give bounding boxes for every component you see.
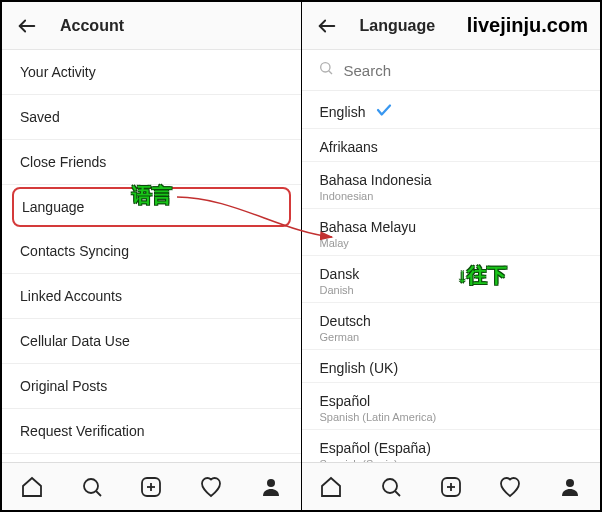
profile-icon[interactable] bbox=[558, 475, 582, 499]
svg-line-2 bbox=[96, 491, 101, 496]
svg-point-8 bbox=[320, 63, 329, 72]
list-item[interactable]: Original Posts bbox=[2, 364, 301, 409]
list-item[interactable]: Saved bbox=[2, 95, 301, 140]
language-native: German bbox=[320, 331, 583, 343]
language-native: Spanish (Latin America) bbox=[320, 411, 583, 423]
back-icon[interactable] bbox=[316, 15, 338, 37]
search-input[interactable] bbox=[344, 62, 585, 79]
language-option[interactable]: Bahasa Indonesia Indonesian bbox=[302, 162, 601, 209]
activity-icon[interactable] bbox=[199, 475, 223, 499]
list-item[interactable]: Cellular Data Use bbox=[2, 319, 301, 364]
language-option[interactable]: Dansk Danish bbox=[302, 256, 601, 303]
add-post-icon[interactable] bbox=[439, 475, 463, 499]
bottom-nav bbox=[2, 462, 301, 510]
list-item[interactable]: Contacts Syncing bbox=[2, 229, 301, 274]
language-list: English Afrikaans Bahasa Indonesia Indon… bbox=[302, 50, 601, 462]
svg-point-15 bbox=[566, 479, 574, 487]
language-option[interactable]: Español Spanish (Latin America) bbox=[302, 383, 601, 430]
list-item[interactable]: Linked Accounts bbox=[2, 274, 301, 319]
language-name: Bahasa Indonesia bbox=[320, 172, 432, 188]
activity-icon[interactable] bbox=[498, 475, 522, 499]
language-native: Danish bbox=[320, 284, 583, 296]
profile-icon[interactable] bbox=[259, 475, 283, 499]
language-header: Language bbox=[302, 2, 601, 50]
language-name: Afrikaans bbox=[320, 139, 378, 155]
list-item-language[interactable]: Language bbox=[12, 187, 291, 227]
search-icon[interactable] bbox=[80, 475, 104, 499]
bottom-nav bbox=[302, 462, 601, 510]
language-name: English (UK) bbox=[320, 360, 399, 376]
language-option[interactable]: Español (España) Spanish (Spain) bbox=[302, 430, 601, 462]
language-option[interactable]: Bahasa Melayu Malay bbox=[302, 209, 601, 256]
page-title: Account bbox=[60, 17, 124, 35]
page-title: Language bbox=[360, 17, 436, 35]
svg-point-10 bbox=[383, 479, 397, 493]
language-name: Español (España) bbox=[320, 440, 431, 456]
check-icon bbox=[375, 101, 393, 122]
language-screen: Language English Afrikaans Bahasa Indone… bbox=[302, 2, 601, 510]
language-name: Español bbox=[320, 393, 371, 409]
account-screen: Account Your Activity Saved Close Friend… bbox=[2, 2, 302, 510]
back-icon[interactable] bbox=[16, 15, 38, 37]
svg-line-9 bbox=[328, 71, 331, 74]
svg-point-1 bbox=[84, 479, 98, 493]
language-name: English bbox=[320, 104, 366, 120]
list-item[interactable]: Close Friends bbox=[2, 140, 301, 185]
list-item[interactable]: Request Verification bbox=[2, 409, 301, 454]
language-option[interactable]: Afrikaans bbox=[302, 129, 601, 162]
home-icon[interactable] bbox=[319, 475, 343, 499]
account-header: Account bbox=[2, 2, 301, 50]
list-item[interactable]: Posts You've Liked bbox=[2, 454, 301, 462]
language-native: Malay bbox=[320, 237, 583, 249]
home-icon[interactable] bbox=[20, 475, 44, 499]
language-name: Deutsch bbox=[320, 313, 371, 329]
add-post-icon[interactable] bbox=[139, 475, 163, 499]
language-option[interactable]: English (UK) bbox=[302, 350, 601, 383]
language-native: Indonesian bbox=[320, 190, 583, 202]
language-name: Dansk bbox=[320, 266, 360, 282]
search-icon[interactable] bbox=[379, 475, 403, 499]
search-icon bbox=[318, 60, 334, 80]
account-list: Your Activity Saved Close Friends Langua… bbox=[2, 50, 301, 462]
svg-line-11 bbox=[395, 491, 400, 496]
language-option[interactable]: English bbox=[302, 91, 601, 129]
search-bar[interactable] bbox=[302, 50, 601, 91]
language-name: Bahasa Melayu bbox=[320, 219, 417, 235]
list-item[interactable]: Your Activity bbox=[2, 50, 301, 95]
language-native: Spanish (Spain) bbox=[320, 458, 583, 462]
language-option[interactable]: Deutsch German bbox=[302, 303, 601, 350]
svg-point-6 bbox=[267, 479, 275, 487]
